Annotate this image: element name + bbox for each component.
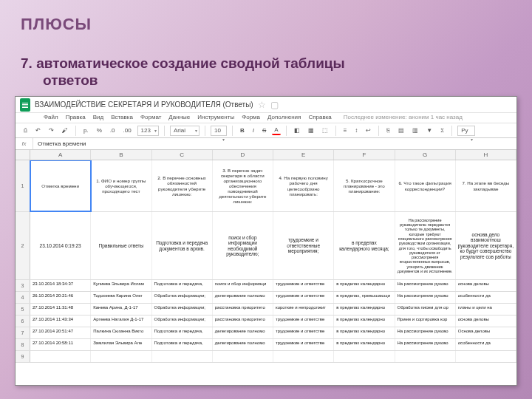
cell[interactable]: расстановка приоритето — [213, 304, 273, 315]
cell-H2[interactable]: основа дело взаимоотнош руководителе сек… — [456, 212, 516, 279]
filter-button[interactable]: ▼ — [424, 126, 434, 134]
sheets-icon[interactable] — [20, 98, 30, 112]
col-G[interactable]: G — [395, 150, 456, 160]
dec2-button[interactable]: .00 — [120, 126, 133, 134]
cell[interactable]: Обработка информации; — [152, 316, 213, 327]
row-header[interactable]: 7 — [16, 327, 30, 338]
cell-C1[interactable]: 2. В перечне основных обязанностей руков… — [152, 160, 213, 211]
cell[interactable]: Канева Арина, Д-1-17 — [91, 304, 151, 315]
font-family-select[interactable]: Arial — [170, 126, 200, 136]
menu-view[interactable]: Вид — [93, 114, 103, 120]
cell[interactable]: Обработка информации; — [152, 304, 213, 315]
row-header[interactable]: 4 — [16, 292, 30, 303]
row-header-2[interactable]: 2 — [16, 212, 30, 279]
dec-button[interactable]: .0 — [108, 126, 117, 134]
link-button[interactable]: ⎘ — [384, 126, 392, 134]
menu-help[interactable]: Справка — [308, 114, 331, 120]
row-header[interactable]: 6 — [16, 316, 30, 327]
wrap-button[interactable]: ↩ — [364, 126, 373, 134]
cell-D2[interactable]: поиск и сбор информации необходимой руко… — [213, 212, 273, 279]
cell[interactable]: Обработка информации; — [152, 292, 213, 303]
cell[interactable]: Подготовка и передача, — [152, 280, 213, 291]
menu-data[interactable]: Данные — [168, 114, 190, 120]
row-header[interactable]: 3 — [16, 280, 30, 291]
valign-button[interactable]: ↕ — [352, 126, 360, 134]
cell[interactable]: трудоемкие и ответстве — [273, 280, 334, 291]
undo-button[interactable]: ↶ — [33, 126, 43, 134]
cell[interactable]: 27.10.2014 20:51:47 — [30, 327, 91, 338]
cell[interactable]: Основа деловы — [456, 327, 516, 338]
cell[interactable] — [395, 351, 456, 362]
cell[interactable]: 27.10.2014 11:31:48 — [30, 304, 91, 315]
cell[interactable]: Замлилая Эльвира Але — [91, 339, 151, 350]
cell[interactable] — [213, 351, 273, 362]
row-header[interactable]: 8 — [16, 339, 30, 350]
input-lang-select[interactable]: Ру — [457, 126, 475, 136]
cell[interactable]: 27.10.2014 20:58:11 — [30, 339, 91, 350]
star-icon[interactable]: ☆ — [258, 100, 266, 110]
percent-button[interactable]: % — [95, 126, 104, 134]
col-H[interactable]: H — [456, 150, 516, 160]
cell-A1[interactable]: Отметка времени — [30, 160, 91, 211]
comment-button[interactable]: ▤ — [396, 126, 406, 134]
cell[interactable]: планы и цели на — [456, 304, 516, 315]
currency-button[interactable]: р. — [81, 126, 91, 134]
paint-format-button[interactable]: 🖌 — [60, 126, 70, 134]
menu-form[interactable]: Форма — [242, 114, 260, 120]
cell[interactable]: На рассмотрение руково — [395, 280, 456, 291]
text-color-button[interactable]: A — [272, 126, 280, 135]
cell[interactable]: трудоемкие и ответстве — [273, 292, 334, 303]
cell[interactable]: Тодосеева Карина Олег — [91, 292, 151, 303]
cell[interactable]: На рассмотрение руково — [395, 292, 456, 303]
cell[interactable]: 26.10.2014 20:21:46 — [30, 292, 91, 303]
menu-addons[interactable]: Дополнения — [267, 114, 301, 120]
cell-E2[interactable]: трудоемкие и ответственные мероприятия; — [273, 212, 334, 279]
cell[interactable]: На рассмотрение руково — [395, 339, 456, 350]
cell-D1[interactable]: 3. В перечне задач секретаря в области о… — [213, 160, 273, 211]
cell[interactable]: особенности да — [456, 339, 516, 350]
col-A[interactable]: A — [30, 150, 91, 160]
select-all-corner[interactable] — [16, 150, 30, 160]
col-C[interactable]: C — [152, 150, 213, 160]
cell[interactable]: в пределах, превышающи — [334, 292, 395, 303]
cell-H1[interactable]: 7. На этапе вв беседы закладывае — [456, 160, 516, 211]
cell[interactable]: делегирование полномо — [213, 339, 273, 350]
cell[interactable]: в пределах календарно — [334, 316, 395, 327]
cell[interactable]: Подготовка и передача, — [152, 339, 213, 350]
cell-G2[interactable]: На рассмотрение руководителю передаются … — [395, 212, 456, 279]
strike-button[interactable]: S — [260, 126, 268, 134]
fill-color-button[interactable]: ◧ — [292, 126, 302, 134]
cell[interactable] — [91, 351, 151, 362]
cell[interactable]: 23.10.2014 18:34:37 — [30, 280, 91, 291]
row-header[interactable]: 5 — [16, 304, 30, 315]
bold-button[interactable]: B — [238, 126, 247, 134]
formula-bar[interactable]: fx Отметка времени — [16, 138, 516, 150]
cell[interactable]: Подготовка и передача, — [152, 327, 213, 338]
col-B[interactable]: B — [91, 150, 151, 160]
redo-button[interactable]: ↷ — [47, 126, 56, 134]
cell[interactable]: расстановка приоритето — [213, 316, 273, 327]
functions-button[interactable]: Σ — [438, 126, 446, 134]
cell-E1[interactable]: 4. На первую половину рабочего дня целес… — [273, 160, 334, 211]
cell[interactable]: в пределах календарно — [334, 304, 395, 315]
menu-format[interactable]: Формат — [140, 114, 161, 120]
cell-F1[interactable]: 5. Краткосрочное планирование - это план… — [334, 160, 395, 211]
menu-edit[interactable]: Правка — [66, 114, 86, 120]
cell[interactable]: основа деловы — [456, 280, 516, 291]
cell[interactable]: Кулиева Эльвира Ислам — [91, 280, 151, 291]
italic-button[interactable]: I — [250, 126, 256, 134]
cell[interactable]: трудоемкие и ответстве — [273, 327, 334, 338]
cell[interactable]: основа деловы — [456, 316, 516, 327]
cell-C2[interactable]: Подготовка и передача документов в архив… — [152, 212, 213, 279]
cell[interactable]: трудоемкие и ответстве — [273, 339, 334, 350]
menu-file[interactable]: Файл — [44, 114, 58, 120]
cell-F2[interactable]: в пределах календарного месяца; — [334, 212, 395, 279]
cell[interactable]: в пределах календарно — [334, 339, 395, 350]
col-F[interactable]: F — [334, 150, 395, 160]
cell[interactable]: особенности да — [456, 292, 516, 303]
cell[interactable]: На рассмотрение руково — [395, 327, 456, 338]
print-button[interactable]: ⎙ — [21, 126, 30, 134]
halign-button[interactable]: ≡ — [341, 126, 349, 134]
cell[interactable] — [456, 351, 516, 362]
chart-button[interactable]: ▥ — [410, 126, 420, 134]
